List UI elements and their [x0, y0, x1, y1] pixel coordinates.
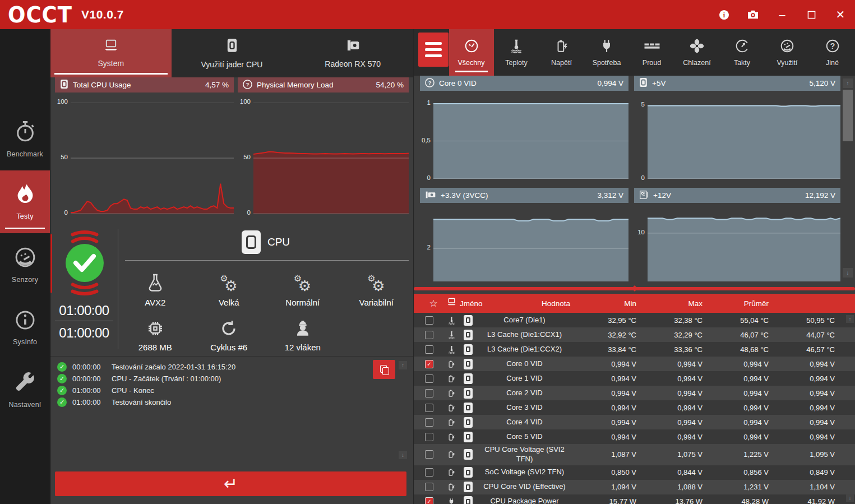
- cpu-icon: [464, 315, 473, 326]
- memory-load-plot: 100500: [238, 103, 409, 214]
- tab-system[interactable]: System: [50, 29, 172, 77]
- sidebar-item-nastaveni[interactable]: Nastavení: [0, 359, 50, 422]
- table-scroll-up[interactable]: ↑: [846, 315, 854, 323]
- temperature-icon: [443, 345, 460, 354]
- chart-title: Total CPU Usage: [73, 81, 201, 89]
- table-row[interactable]: CPU Core VID (Effective)1,094 V1,088 V1,…: [414, 480, 855, 494]
- tab-spotreba[interactable]: Spotřeba: [584, 29, 629, 76]
- config-cycle[interactable]: Cyklus #6: [192, 309, 266, 354]
- row-checkbox[interactable]: [425, 374, 433, 383]
- log-scroll-down[interactable]: ↓: [399, 451, 407, 459]
- total-cpu-usage-chart: Total CPU Usage 4,57 % 100500: [55, 77, 234, 214]
- plus5v-plot: 50: [634, 103, 840, 179]
- table-row[interactable]: SoC Voltage (SVI2 TFN)0,850 V0,844 V0,85…: [414, 465, 855, 480]
- sensor-max: 0,994 V: [705, 404, 771, 412]
- tab-jine[interactable]: ? Jiné: [810, 29, 855, 76]
- row-checkbox[interactable]: [425, 483, 433, 491]
- config-load-type[interactable]: ⚙⚙ Variabilní: [340, 265, 414, 309]
- col-min[interactable]: Min: [572, 299, 639, 308]
- row-checkbox[interactable]: ✓: [425, 497, 433, 504]
- chip-icon: [146, 320, 164, 339]
- table-row[interactable]: L3 Cache (Die1:CCX2)33,84 °C33,36 °C48,6…: [414, 342, 855, 357]
- sidebar-item-benchmark[interactable]: Benchmark: [0, 108, 50, 170]
- laptop-icon[interactable]: [443, 298, 460, 309]
- maximize-button[interactable]: [797, 0, 826, 29]
- memory-load-chart: ? Physical Memory Load 54,20 % 100500: [238, 77, 409, 214]
- row-checkbox[interactable]: [425, 331, 433, 339]
- table-row[interactable]: Core 5 VID0,994 V0,994 V0,994 V0,994 V: [414, 429, 855, 444]
- sensor-max: 55,04 °C: [705, 316, 771, 325]
- tab-vyuziti[interactable]: Využití: [765, 29, 810, 76]
- sensor-value: 0,994 V: [572, 433, 639, 441]
- table-row[interactable]: ✓CPU Package Power15,77 W13,76 W48,28 W4…: [414, 494, 855, 504]
- sidebar-item-testy[interactable]: Testy: [0, 170, 50, 233]
- menu-button[interactable]: [418, 33, 449, 67]
- help-icon: ?: [425, 78, 435, 89]
- config-mode[interactable]: ⚙⚙ Normální: [266, 265, 340, 309]
- scroll-thumb[interactable]: [843, 90, 853, 141]
- tab-teploty[interactable]: Teploty: [494, 29, 539, 76]
- star-icon[interactable]: ☆: [424, 298, 443, 309]
- tab-radeon-gpu[interactable]: Radeon RX 570: [292, 29, 413, 77]
- tab-chlazeni[interactable]: Chlazení: [674, 29, 719, 76]
- row-checkbox[interactable]: [425, 433, 433, 441]
- table-row[interactable]: Core 2 VID0,994 V0,994 V0,994 V0,994 V: [414, 386, 855, 400]
- tab-cpu-cores[interactable]: Využití jader CPU: [172, 29, 293, 77]
- screenshot-camera-icon[interactable]: [738, 0, 768, 29]
- tab-takty[interactable]: Takty: [720, 29, 765, 76]
- titlebar: OCCT V10.0.7 i – ✕: [0, 0, 855, 29]
- row-checkbox[interactable]: ✓: [425, 360, 433, 368]
- table-row[interactable]: Core 3 VID0,994 V0,994 V0,994 V0,994 V: [414, 400, 855, 415]
- sensor-value: 0,994 V: [572, 404, 639, 412]
- tab-napeti[interactable]: Napětí: [539, 29, 584, 76]
- sidebar-item-sysinfo[interactable]: SysInfo: [0, 296, 50, 359]
- row-checkbox[interactable]: [425, 404, 433, 412]
- minimize-button[interactable]: –: [768, 0, 797, 29]
- scroll-up-arrow[interactable]: ↑: [843, 78, 853, 88]
- sensor-name: Core 3 VID: [477, 402, 572, 414]
- log-message: Testování začalo 2022-01-31 16:15:20: [112, 363, 235, 371]
- splitter-handle[interactable]: [414, 287, 855, 290]
- row-checkbox[interactable]: [425, 389, 433, 397]
- table-row[interactable]: ✓Core 0 VID0,994 V0,994 V0,994 V0,994 V: [414, 357, 855, 371]
- table-row[interactable]: L3 Cache (Die1:CCX1)32,92 °C32,29 °C46,0…: [414, 327, 855, 342]
- sensor-name: SoC Voltage (SVI2 TFN): [477, 466, 572, 478]
- sidebar-item-senzory[interactable]: Senzory: [0, 233, 50, 296]
- row-checkbox[interactable]: [425, 450, 433, 459]
- row-checkbox[interactable]: [425, 418, 433, 427]
- info-icon[interactable]: i: [709, 0, 738, 29]
- row-checkbox[interactable]: [425, 316, 433, 325]
- row-checkbox[interactable]: [425, 468, 433, 477]
- sensor-max: 1,225 V: [705, 450, 771, 459]
- scroll-down-arrow[interactable]: ↓: [843, 268, 853, 278]
- copy-log-button[interactable]: [373, 360, 395, 379]
- table-row[interactable]: Core 1 VID0,994 V0,994 V0,994 V0,994 V: [414, 371, 855, 386]
- cpu-icon: [464, 388, 473, 399]
- row-checkbox[interactable]: [425, 345, 433, 354]
- run-test-button[interactable]: ↵: [55, 471, 406, 496]
- sensor-table: ☆ Jméno Hodnota Min Max Průměr Core7 (Di…: [414, 294, 855, 504]
- col-name[interactable]: Jméno: [460, 299, 477, 308]
- cpu-icon: [242, 230, 261, 254]
- log-scroll-up[interactable]: ↑: [399, 361, 407, 369]
- temperature-icon: [443, 316, 460, 325]
- cpu-icon: [639, 77, 648, 89]
- col-max[interactable]: Max: [639, 299, 705, 308]
- config-threads[interactable]: 12 vláken: [266, 309, 340, 354]
- config-data-set[interactable]: ⚙⚙ Velká: [192, 265, 266, 309]
- table-row[interactable]: Core 4 VID0,994 V0,994 V0,994 V0,994 V: [414, 415, 855, 429]
- config-memory[interactable]: 2688 MB: [118, 309, 192, 354]
- y-tick-label: 100: [57, 98, 68, 105]
- col-value[interactable]: Hodnota: [477, 299, 572, 308]
- config-instruction-set[interactable]: AVX2: [118, 265, 192, 309]
- table-scroll-down[interactable]: ↓: [846, 494, 854, 502]
- close-button[interactable]: ✕: [826, 0, 855, 29]
- tab-proud[interactable]: Proud: [630, 29, 674, 76]
- table-row[interactable]: CPU Core Voltage (SVI2 TFN)1,087 V1,075 …: [414, 444, 855, 465]
- col-avg[interactable]: Průměr: [705, 299, 771, 308]
- tab-vsechny[interactable]: Všechny: [449, 29, 494, 76]
- table-row[interactable]: Core7 (Die1)32,95 °C32,38 °C55,04 °C50,9…: [414, 313, 855, 327]
- speedometer-icon: [735, 39, 750, 55]
- sensor-value: 0,994 V: [572, 389, 639, 397]
- chart-plot: [433, 103, 628, 179]
